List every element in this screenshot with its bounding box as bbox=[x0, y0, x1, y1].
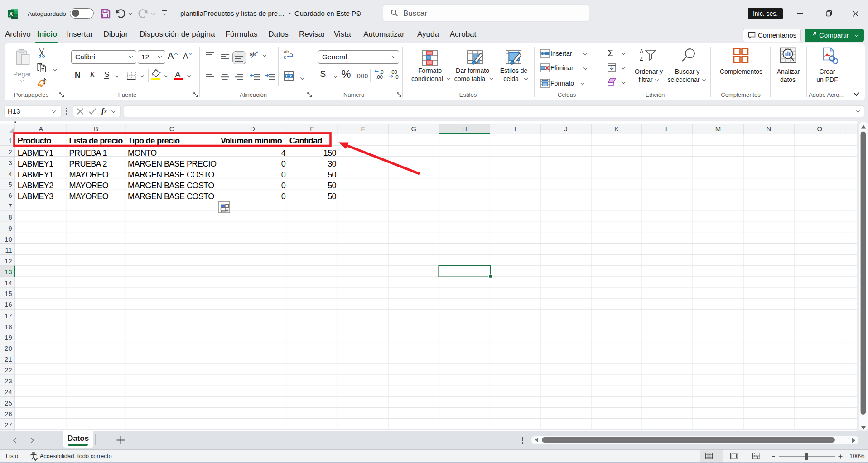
svg-text:K: K bbox=[614, 125, 619, 133]
svg-text:1: 1 bbox=[8, 137, 12, 144]
svg-text:J: J bbox=[564, 125, 568, 133]
svg-text:L: L bbox=[665, 125, 669, 133]
svg-text:14: 14 bbox=[5, 279, 12, 286]
svg-text:LABMEY1: LABMEY1 bbox=[18, 148, 53, 158]
svg-text:50: 50 bbox=[328, 181, 336, 190]
svg-text:21: 21 bbox=[5, 356, 12, 363]
svg-text:LABMEY3: LABMEY3 bbox=[18, 192, 53, 201]
svg-text:LABMEY2: LABMEY2 bbox=[18, 181, 53, 190]
svg-text:c: c bbox=[284, 54, 286, 60]
svg-text:MAYOREO: MAYOREO bbox=[69, 192, 109, 201]
svg-text:6: 6 bbox=[8, 192, 12, 199]
svg-text:0: 0 bbox=[281, 181, 286, 190]
svg-text:9: 9 bbox=[8, 225, 12, 232]
svg-text:13: 13 bbox=[5, 268, 12, 276]
svg-text:,0: ,0 bbox=[394, 74, 399, 80]
svg-text:O: O bbox=[817, 125, 822, 133]
svg-text:16: 16 bbox=[5, 301, 12, 308]
svg-text:Z: Z bbox=[640, 56, 643, 62]
svg-text:C: C bbox=[169, 125, 174, 133]
svg-text:E: E bbox=[310, 125, 314, 133]
svg-text:17: 17 bbox=[5, 312, 12, 320]
svg-text:PRUEBA 2: PRUEBA 2 bbox=[69, 159, 107, 168]
svg-text:A: A bbox=[640, 48, 644, 55]
svg-text:50: 50 bbox=[328, 192, 336, 201]
svg-text:Lista de precio: Lista de precio bbox=[69, 136, 123, 145]
svg-text:150: 150 bbox=[323, 148, 337, 158]
svg-text:7: 7 bbox=[8, 203, 12, 210]
svg-text:MAYOREO: MAYOREO bbox=[69, 181, 109, 190]
svg-text:23: 23 bbox=[5, 377, 12, 385]
svg-text:5: 5 bbox=[8, 181, 12, 188]
svg-text:19: 19 bbox=[5, 334, 12, 341]
svg-text:B: B bbox=[94, 125, 98, 133]
svg-text:27: 27 bbox=[5, 421, 12, 429]
svg-text:0: 0 bbox=[281, 192, 286, 201]
svg-text:,00: ,00 bbox=[376, 74, 383, 80]
svg-text:26: 26 bbox=[5, 410, 12, 418]
svg-text:24: 24 bbox=[5, 388, 12, 396]
svg-text:11: 11 bbox=[5, 247, 12, 254]
svg-text:MARGEN BASE COSTO: MARGEN BASE COSTO bbox=[128, 170, 214, 179]
svg-text:4: 4 bbox=[281, 148, 286, 158]
svg-text:G: G bbox=[411, 125, 416, 133]
svg-text:I: I bbox=[514, 125, 516, 133]
svg-text:X: X bbox=[9, 11, 13, 17]
svg-text:20: 20 bbox=[5, 345, 12, 352]
svg-text:Producto: Producto bbox=[18, 136, 52, 145]
svg-text:Tipo de precio: Tipo de precio bbox=[128, 136, 180, 145]
svg-text:D: D bbox=[250, 125, 255, 133]
svg-text:3: 3 bbox=[8, 159, 12, 167]
svg-text:MAYOREO: MAYOREO bbox=[69, 170, 109, 179]
svg-text:PRUEBA 1: PRUEBA 1 bbox=[69, 148, 107, 158]
svg-text:ab: ab bbox=[284, 49, 289, 54]
svg-text:LABMEY1: LABMEY1 bbox=[18, 159, 53, 168]
svg-text:22: 22 bbox=[5, 367, 12, 374]
svg-text:50: 50 bbox=[328, 170, 336, 179]
svg-text:2: 2 bbox=[8, 148, 12, 156]
svg-text:15: 15 bbox=[5, 290, 12, 297]
svg-text:N: N bbox=[767, 125, 772, 133]
svg-text:A: A bbox=[39, 125, 43, 133]
svg-text:M: M bbox=[715, 125, 721, 133]
svg-text:30: 30 bbox=[328, 159, 336, 168]
svg-text:0: 0 bbox=[281, 159, 286, 168]
svg-text:25: 25 bbox=[5, 400, 12, 407]
svg-text:F: F bbox=[361, 125, 365, 133]
svg-text:H: H bbox=[462, 125, 467, 133]
svg-text:LABMEY1: LABMEY1 bbox=[18, 170, 53, 179]
svg-text:8: 8 bbox=[8, 214, 12, 221]
svg-text:MONTO: MONTO bbox=[128, 148, 157, 158]
svg-text:18: 18 bbox=[5, 323, 12, 330]
svg-text:MARGEN BASE COSTO: MARGEN BASE COSTO bbox=[128, 181, 214, 190]
svg-text:MARGEN BASE COSTO: MARGEN BASE COSTO bbox=[128, 192, 214, 201]
svg-text:Cantidad: Cantidad bbox=[289, 136, 322, 145]
svg-text:4: 4 bbox=[8, 170, 12, 177]
svg-text:Volumen mínimo: Volumen mínimo bbox=[221, 136, 282, 145]
svg-text:0: 0 bbox=[281, 170, 286, 179]
svg-text:12: 12 bbox=[5, 258, 12, 265]
svg-text:10: 10 bbox=[5, 236, 12, 243]
svg-text:MARGEN BASE PRECIO: MARGEN BASE PRECIO bbox=[128, 159, 217, 168]
